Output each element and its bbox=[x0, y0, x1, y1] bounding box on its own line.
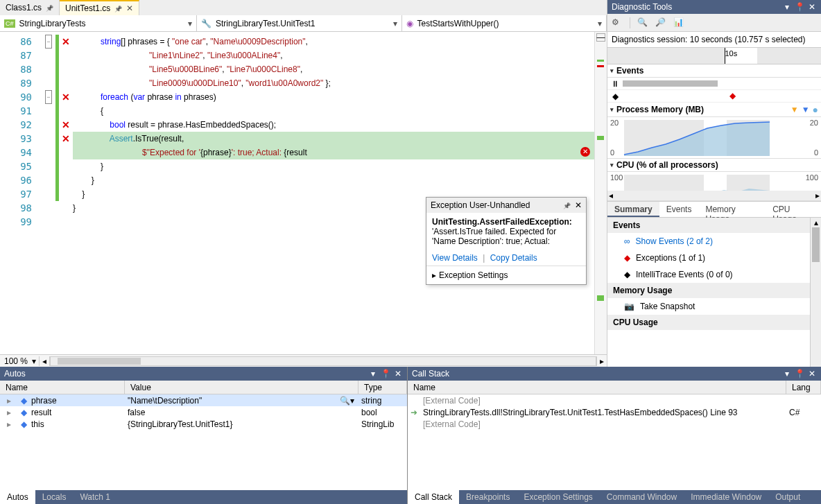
tab-callstack[interactable]: Call Stack bbox=[408, 490, 459, 504]
tab-watch1[interactable]: Watch 1 bbox=[73, 490, 117, 504]
col-value[interactable]: Value bbox=[125, 381, 358, 394]
callstack-title: Call Stack ▾ 📍 ✕ bbox=[408, 367, 821, 381]
tab-summary[interactable]: Summary bbox=[607, 202, 659, 217]
pin-icon[interactable] bbox=[114, 3, 122, 13]
current-frame-icon: ➜ bbox=[410, 408, 417, 417]
callstack-row[interactable]: [External Code] bbox=[408, 394, 821, 406]
scope-dropdown[interactable]: C# StringLibraryTests ▾ bbox=[0, 15, 197, 31]
col-name[interactable]: Name bbox=[0, 381, 125, 394]
variable-icon: ◆ bbox=[21, 419, 27, 429]
scroll-left-icon[interactable]: ◂ bbox=[609, 191, 613, 200]
col-name[interactable]: Name bbox=[408, 381, 786, 394]
scope-label: StringLibraryTests bbox=[19, 19, 86, 28]
code-text[interactable]: string[] phrases = { "one car", "Name\u0… bbox=[73, 32, 594, 354]
memory-section-header[interactable]: ▾Process Memory (MB) ▼ ▼ ● bbox=[607, 103, 821, 117]
callstack-row[interactable]: ➜StringLibraryTests.dll!StringLibraryTes… bbox=[408, 406, 821, 418]
scroll-left-icon[interactable]: ◂ bbox=[39, 356, 50, 366]
private-bytes-icon: ● bbox=[813, 104, 818, 115]
autos-row[interactable]: ▸ ◆phrase "Name\tDescription"🔍▾ string bbox=[0, 394, 407, 406]
col-type[interactable]: Type bbox=[358, 381, 407, 394]
pin-icon[interactable] bbox=[563, 200, 571, 210]
chevron-down-icon[interactable]: ▾ bbox=[32, 356, 39, 366]
exception-settings-label: Exception Settings bbox=[439, 270, 508, 280]
take-snapshot-button[interactable]: 📷Take Snapshot bbox=[607, 298, 821, 315]
expand-icon[interactable]: ▸ bbox=[7, 408, 11, 417]
tab-label: Class1.cs bbox=[6, 3, 42, 12]
diagnostic-tabs: Summary Events Memory Usage CPU Usage bbox=[607, 201, 821, 218]
pin-icon[interactable] bbox=[46, 3, 53, 12]
pin-icon[interactable]: 📍 bbox=[795, 369, 804, 379]
diagnostics-session-label: Diagnostics session: 10 seconds (10.757 … bbox=[607, 32, 821, 48]
horizontal-scrollbar[interactable] bbox=[50, 356, 596, 366]
tab-cpu-usage[interactable]: CPU Usage bbox=[766, 202, 821, 217]
memory-chart[interactable]: 20 0 20 0 bbox=[607, 117, 821, 159]
reset-zoom-icon[interactable]: 📊 bbox=[673, 17, 684, 28]
tab-exception-settings[interactable]: Exception Settings bbox=[517, 490, 599, 504]
show-events-link[interactable]: ∞Show Events (2 of 2) bbox=[607, 233, 821, 250]
chevron-right-icon: ▸ bbox=[432, 270, 436, 280]
window-menu-icon[interactable]: ▾ bbox=[782, 369, 792, 379]
close-icon[interactable]: ✕ bbox=[807, 2, 817, 12]
diagnostic-ruler[interactable]: 10s bbox=[607, 48, 821, 64]
autos-row[interactable]: ▸ ◆result false bool bbox=[0, 406, 407, 418]
pin-icon[interactable]: 📍 bbox=[381, 369, 390, 379]
window-menu-icon[interactable]: ▾ bbox=[368, 369, 378, 379]
window-menu-icon[interactable]: ▾ bbox=[782, 2, 792, 12]
tab-class1[interactable]: Class1.cs bbox=[0, 0, 60, 15]
autos-grid[interactable]: ▸ ◆phrase "Name\tDescription"🔍▾ string▸ … bbox=[0, 394, 407, 490]
class-dropdown[interactable]: 🔧 StringLibraryTest.UnitTest1 ▾ bbox=[197, 15, 402, 31]
events-section-header[interactable]: ▾Events bbox=[607, 64, 821, 78]
autos-title: Autos ▾ 📍 ✕ bbox=[0, 367, 407, 381]
view-details-link[interactable]: View Details bbox=[432, 253, 478, 263]
tab-memory-usage[interactable]: Memory Usage bbox=[698, 202, 766, 217]
close-icon[interactable]: ✕ bbox=[807, 369, 817, 379]
scroll-right-icon[interactable]: ▸ bbox=[596, 356, 607, 366]
split-icon[interactable]: — bbox=[596, 33, 605, 42]
expand-icon[interactable]: ▸ bbox=[7, 419, 11, 429]
expand-icon[interactable]: ▸ bbox=[7, 396, 11, 406]
autos-tabs: Autos Locals Watch 1 bbox=[0, 490, 407, 504]
col-language[interactable]: Lang bbox=[786, 381, 821, 394]
intellitrace-row[interactable]: ◆IntelliTrace Events (0 of 0) bbox=[607, 266, 821, 283]
zoom-out-icon[interactable]: 🔎 bbox=[655, 17, 666, 28]
callstack-grid[interactable]: [External Code]➜StringLibraryTests.dll!S… bbox=[408, 394, 821, 490]
tab-events[interactable]: Events bbox=[659, 202, 699, 217]
vertical-scrollbar[interactable]: ▴ bbox=[810, 218, 821, 367]
tab-unittest1[interactable]: UnitTest1.cs ✕ bbox=[60, 0, 139, 15]
tab-command-window[interactable]: Command Window bbox=[600, 490, 684, 504]
tab-immediate-window[interactable]: Immediate Window bbox=[684, 490, 768, 504]
method-icon: ◉ bbox=[406, 19, 413, 28]
exception-popup: Exception User-Unhandled ✕ UnitTesting.A… bbox=[426, 197, 587, 285]
magnifier-icon[interactable]: 🔍▾ bbox=[340, 396, 354, 406]
variable-icon: ◆ bbox=[21, 408, 27, 417]
cpu-chart[interactable]: 100 100 ◂ ▸ bbox=[607, 172, 821, 201]
ruler-label: 10s bbox=[725, 49, 737, 58]
code-editor[interactable]: 8687888990919293949596979899 −− ✕✕✕✕ str… bbox=[0, 32, 607, 354]
fold-column[interactable]: −− bbox=[42, 32, 55, 354]
exception-marker-icon[interactable]: ◆ bbox=[729, 91, 736, 101]
pin-icon[interactable]: 📍 bbox=[795, 2, 804, 12]
tab-breakpoints[interactable]: Breakpoints bbox=[459, 490, 517, 504]
tab-autos[interactable]: Autos bbox=[0, 490, 35, 504]
close-icon[interactable]: ✕ bbox=[393, 369, 403, 379]
tab-output[interactable]: Output bbox=[768, 490, 807, 504]
overview-ruler[interactable]: — bbox=[594, 32, 607, 354]
pause-icon: ⏸ bbox=[607, 78, 623, 89]
autos-row[interactable]: ▸ ◆this {StringLibraryTest.UnitTest1} St… bbox=[0, 418, 407, 430]
zoom-in-icon[interactable]: 🔍 bbox=[637, 17, 648, 28]
tab-locals[interactable]: Locals bbox=[35, 490, 74, 504]
events-icon: ∞ bbox=[624, 236, 630, 246]
callstack-row[interactable]: [External Code] bbox=[408, 418, 821, 430]
exceptions-row[interactable]: ◆Exceptions (1 of 1) bbox=[607, 250, 821, 266]
scroll-right-icon[interactable]: ▸ bbox=[815, 191, 820, 200]
gear-icon[interactable]: ⚙ bbox=[612, 17, 623, 28]
exception-settings-toggle[interactable]: ▸ Exception Settings bbox=[426, 266, 586, 284]
copy-details-link[interactable]: Copy Details bbox=[490, 253, 537, 263]
breakpoint-column[interactable]: ✕✕✕✕ bbox=[59, 32, 73, 354]
close-icon[interactable]: ✕ bbox=[575, 200, 582, 210]
zoom-level[interactable]: 100 % bbox=[0, 356, 32, 366]
cpu-section-header[interactable]: ▾CPU (% of all processors) bbox=[607, 159, 821, 172]
method-dropdown[interactable]: ◉ TestStartsWithUpper() ▾ bbox=[402, 15, 607, 31]
close-icon[interactable]: ✕ bbox=[126, 3, 133, 13]
chevron-down-icon: ▾ bbox=[598, 19, 602, 28]
